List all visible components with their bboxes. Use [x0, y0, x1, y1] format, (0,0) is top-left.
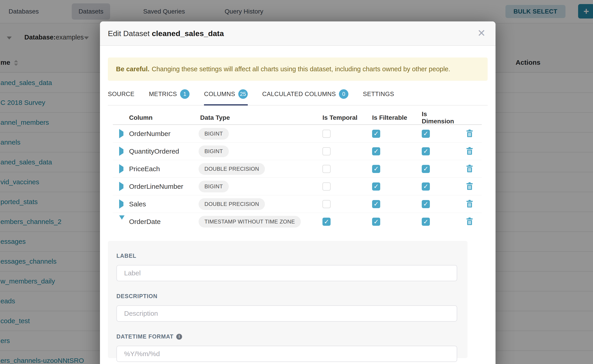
description-input[interactable] — [116, 305, 457, 322]
tab-label: COLUMNS — [204, 91, 235, 98]
data-type-pill: DOUBLE PRECISION — [198, 198, 265, 210]
column-row: PriceEach DOUBLE PRECISION ✓ ✓ — [113, 160, 482, 178]
edit-dataset-modal: Edit Dataset cleaned_sales_data ✕ Be car… — [100, 21, 495, 364]
expand-caret-icon[interactable] — [119, 129, 123, 138]
is-dimension-checkbox[interactable]: ✓ — [422, 200, 430, 208]
trash-icon — [466, 200, 473, 208]
expand-caret-icon[interactable] — [119, 147, 123, 156]
is-dimension-checkbox[interactable]: ✓ — [422, 165, 430, 173]
modal-tab[interactable]: SETTINGS — [363, 86, 394, 105]
trash-icon — [466, 182, 473, 190]
trash-icon — [466, 217, 473, 225]
data-type-pill: TIMESTAMP WITHOUT TIME ZONE — [198, 216, 301, 228]
warning-banner-lead: Be careful. — [116, 65, 149, 73]
column-header: Column — [129, 114, 198, 121]
datetime-format-input[interactable] — [116, 346, 457, 362]
modal-header: Edit Dataset cleaned_sales_data ✕ — [100, 21, 495, 46]
trash-icon — [466, 147, 473, 155]
modal-tab[interactable]: METRICS 1 — [149, 86, 190, 105]
modal-tab[interactable]: CALCULATED COLUMNS 0 — [262, 86, 348, 105]
modal-title-dataset-name: cleaned_sales_data — [152, 29, 224, 38]
tab-label: SOURCE — [108, 91, 134, 98]
delete-column-button[interactable] — [466, 200, 473, 208]
column-row: OrderLineNumber BIGINT ✓ ✓ — [113, 178, 482, 195]
tab-count-badge: 25 — [238, 89, 248, 99]
is-temporal-checkbox[interactable] — [323, 165, 330, 173]
column-row: OrderDate TIMESTAMP WITHOUT TIME ZONE ✓ … — [113, 213, 482, 230]
datetime-format-field-heading: DATETIME FORMAT i — [116, 333, 468, 340]
is-dimension-header: Is Dimension — [422, 110, 460, 125]
modal-tab[interactable]: COLUMNS 25 — [204, 86, 248, 105]
columns-table: Column Data Type Is Temporal Is Filterab… — [113, 110, 482, 230]
is-filterable-header: Is Filterable — [372, 114, 420, 121]
modal-tabs: SOURCE METRICS 1 COLUMNS 25 CALCULATED C… — [108, 86, 488, 105]
is-dimension-checkbox[interactable]: ✓ — [422, 147, 430, 155]
column-name: OrderNumber — [129, 130, 198, 137]
is-temporal-checkbox[interactable] — [323, 200, 330, 208]
close-icon[interactable]: ✕ — [477, 28, 486, 38]
is-temporal-checkbox[interactable] — [323, 182, 330, 191]
column-name: PriceEach — [129, 165, 198, 173]
expand-caret-icon[interactable] — [119, 182, 123, 191]
is-temporal-header: Is Temporal — [323, 114, 370, 121]
tab-count-badge: 0 — [339, 89, 348, 99]
tab-label: SETTINGS — [363, 91, 394, 98]
delete-column-button[interactable] — [466, 217, 473, 225]
warning-banner-text: Changing these settings will affect all … — [152, 65, 450, 73]
is-filterable-checkbox[interactable]: ✓ — [372, 182, 380, 191]
data-type-pill: BIGINT — [198, 128, 229, 140]
expand-caret-icon[interactable] — [119, 199, 123, 209]
tab-count-badge: 1 — [180, 89, 190, 99]
modal-tab[interactable]: SOURCE — [108, 86, 134, 105]
delete-column-button[interactable] — [466, 130, 473, 137]
delete-column-button[interactable] — [466, 165, 473, 172]
column-detail-panel: LABEL DESCRIPTION DATETIME FORMAT i — [108, 241, 468, 358]
column-name: QuantityOrdered — [129, 148, 198, 155]
column-row: OrderNumber BIGINT ✓ ✓ — [113, 125, 482, 143]
data-type-pill: BIGINT — [198, 181, 229, 192]
is-dimension-checkbox[interactable]: ✓ — [422, 218, 430, 226]
is-filterable-checkbox[interactable]: ✓ — [372, 130, 380, 138]
is-dimension-checkbox[interactable]: ✓ — [422, 130, 430, 138]
is-filterable-checkbox[interactable]: ✓ — [372, 218, 380, 226]
warning-banner: Be careful. Changing these settings will… — [108, 58, 488, 81]
description-field-heading: DESCRIPTION — [116, 293, 468, 299]
label-input[interactable] — [116, 265, 457, 281]
trash-icon — [466, 165, 473, 172]
delete-column-button[interactable] — [466, 182, 473, 190]
modal-title: Edit Dataset cleaned_sales_data — [108, 29, 224, 38]
is-temporal-checkbox[interactable]: ✓ — [323, 218, 330, 226]
label-field-heading: LABEL — [116, 253, 468, 259]
delete-column-button[interactable] — [466, 147, 473, 155]
tab-label: CALCULATED COLUMNS — [262, 91, 336, 98]
column-name: OrderDate — [129, 218, 198, 226]
is-temporal-checkbox[interactable] — [323, 147, 330, 155]
column-row: QuantityOrdered BIGINT ✓ ✓ — [113, 143, 482, 160]
expand-caret-icon[interactable] — [119, 164, 123, 173]
column-name: OrderLineNumber — [129, 183, 198, 190]
is-filterable-checkbox[interactable]: ✓ — [372, 147, 380, 155]
tab-label: METRICS — [149, 91, 177, 98]
info-icon[interactable]: i — [176, 334, 182, 340]
is-dimension-checkbox[interactable]: ✓ — [422, 182, 430, 191]
data-type-pill: BIGINT — [198, 145, 229, 157]
data-type-pill: DOUBLE PRECISION — [198, 163, 265, 175]
expand-caret-icon[interactable] — [119, 215, 125, 223]
column-name: Sales — [129, 200, 198, 208]
columns-table-header: Column Data Type Is Temporal Is Filterab… — [113, 110, 482, 125]
is-temporal-checkbox[interactable] — [323, 130, 330, 138]
trash-icon — [466, 130, 473, 137]
modal-title-prefix: Edit Dataset — [108, 29, 150, 38]
is-filterable-checkbox[interactable]: ✓ — [372, 165, 380, 173]
column-row: Sales DOUBLE PRECISION ✓ ✓ — [113, 195, 482, 213]
data-type-header: Data Type — [200, 114, 320, 121]
is-filterable-checkbox[interactable]: ✓ — [372, 200, 380, 208]
